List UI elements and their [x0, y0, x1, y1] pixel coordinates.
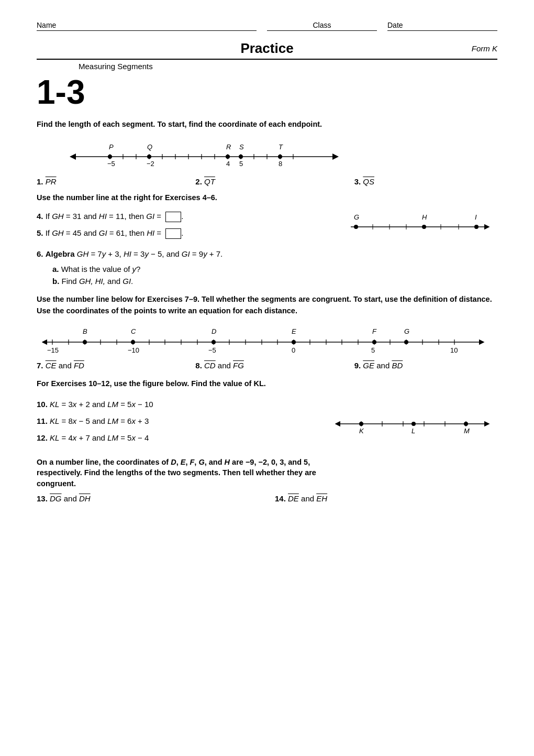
svg-text:−5: −5 [208, 346, 216, 354]
svg-text:C: C [131, 327, 136, 335]
problems-1-3: 1. PR 2. QT 3. QS [37, 177, 497, 186]
svg-text:−10: −10 [128, 346, 139, 354]
svg-text:S: S [239, 143, 244, 151]
svg-point-22 [226, 155, 230, 159]
name-field: Name [37, 21, 257, 31]
svg-point-76 [83, 340, 87, 344]
svg-point-25 [239, 155, 243, 159]
title-block: Practice Form K [37, 40, 497, 60]
svg-text:M: M [464, 427, 470, 435]
exercise-4: 4. If GH = 31 and HI = 11, then GI = . [37, 210, 340, 223]
ex6-a: a. What is the value of y? [52, 265, 497, 273]
svg-point-36 [474, 225, 479, 229]
name-label: Name [37, 21, 56, 29]
instructions-2: Use the number line at the right for Exe… [37, 193, 497, 202]
svg-text:8: 8 [279, 160, 282, 168]
svg-point-97 [411, 422, 416, 426]
exercise-10: 10. KL = 3x + 2 and LM = 5x − 10 [37, 398, 330, 411]
class-field: Class [267, 21, 377, 31]
number-line-ghi: G H I [340, 206, 497, 238]
class-label: Class [313, 21, 331, 29]
svg-text:−2: −2 [147, 160, 154, 168]
svg-text:4: 4 [226, 160, 230, 168]
ex10-12-left: 10. KL = 3x + 2 and LM = 5x − 10 11. KL … [37, 394, 330, 448]
header: Name Class Date [37, 21, 497, 31]
svg-text:−5: −5 [107, 160, 115, 168]
svg-point-78 [131, 340, 135, 344]
svg-point-16 [108, 155, 112, 159]
svg-text:K: K [359, 427, 364, 435]
ex4-5-left: 4. If GH = 31 and HI = 11, then GI = . 5… [37, 206, 340, 244]
svg-text:H: H [422, 213, 427, 221]
svg-point-19 [147, 155, 151, 159]
svg-text:E: E [292, 327, 296, 335]
svg-point-34 [422, 225, 426, 229]
exercise-12: 12. KL = 4x + 7 and LM = 5x − 4 [37, 432, 330, 444]
svg-text:5: 5 [371, 346, 375, 354]
svg-text:F: F [372, 327, 377, 335]
svg-text:5: 5 [239, 160, 243, 168]
bottom-section: On a number line, the coordinates of D, … [37, 457, 497, 503]
instructions-4: For Exercises 10–12, use the figure belo… [37, 378, 497, 389]
problems-7-9: 7. CE and FD 8. CD and FG 9. GE and BD [37, 361, 497, 370]
svg-point-80 [212, 340, 216, 344]
problem-9: 9. GE and BD [354, 361, 497, 370]
svg-text:I: I [475, 213, 477, 221]
svg-text:10: 10 [450, 346, 458, 354]
ex4-5-block: 4. If GH = 31 and HI = 11, then GI = . 5… [37, 206, 497, 244]
exercise-6: 6. Algebra GH = 7y + 3, HI = 3y − 5, and… [37, 248, 497, 260]
svg-point-82 [292, 340, 296, 344]
svg-point-28 [278, 155, 282, 159]
subtitle-label: Measuring Segments [79, 62, 497, 71]
exercise-5: 5. If GH = 45 and GI = 61, then HI = . [37, 227, 340, 239]
problems-13-14: 13. DG and DH 14. DE and EH [37, 494, 497, 503]
svg-point-95 [359, 422, 363, 426]
svg-text:−15: −15 [47, 346, 59, 354]
svg-point-99 [464, 422, 468, 426]
svg-text:Q: Q [147, 143, 152, 151]
number-line-1: P −5 Q −2 R 4 S 5 T 8 [68, 135, 497, 173]
date-field: Date [387, 21, 497, 31]
problem-14: 14. DE and EH [275, 494, 497, 503]
number-line-2: −15 −10 −5 0 5 10 B C D E F G [37, 322, 497, 358]
instructions-1: Find the length of each segment. To star… [37, 119, 497, 129]
section-number: 1-3 [37, 73, 497, 112]
svg-text:R: R [226, 143, 231, 151]
problem-1: 1. PR [37, 177, 180, 186]
svg-text:B: B [83, 327, 87, 335]
date-label: Date [387, 21, 403, 29]
problem-7: 7. CE and FD [37, 361, 180, 370]
svg-point-86 [404, 340, 408, 344]
svg-text:T: T [279, 143, 283, 151]
ex10-12-block: 10. KL = 3x + 2 and LM = 5x − 10 11. KL … [37, 394, 497, 448]
answer-box-4 [165, 212, 181, 222]
svg-text:0: 0 [292, 346, 295, 354]
ex6-b: b. Find GH, HI, and GI. [52, 277, 497, 286]
problem-2: 2. QT [195, 177, 338, 186]
problem-3: 3. QS [354, 177, 497, 186]
instructions-3: Use the number line below for Exercises … [37, 294, 497, 317]
form-label: Form K [472, 44, 497, 53]
svg-point-32 [354, 225, 358, 229]
svg-text:G: G [404, 327, 409, 335]
svg-text:G: G [354, 213, 359, 221]
problem-8: 8. CD and FG [195, 361, 338, 370]
number-line-klm: K L M [330, 405, 497, 437]
svg-text:L: L [411, 427, 415, 435]
problem-13: 13. DG and DH [37, 494, 259, 503]
svg-text:P: P [109, 143, 114, 151]
svg-point-84 [372, 340, 376, 344]
answer-box-5 [165, 228, 181, 239]
page-title: Practice [240, 40, 293, 57]
exercise-11: 11. KL = 8x − 5 and LM = 6x + 3 [37, 415, 330, 428]
svg-text:D: D [212, 327, 216, 335]
